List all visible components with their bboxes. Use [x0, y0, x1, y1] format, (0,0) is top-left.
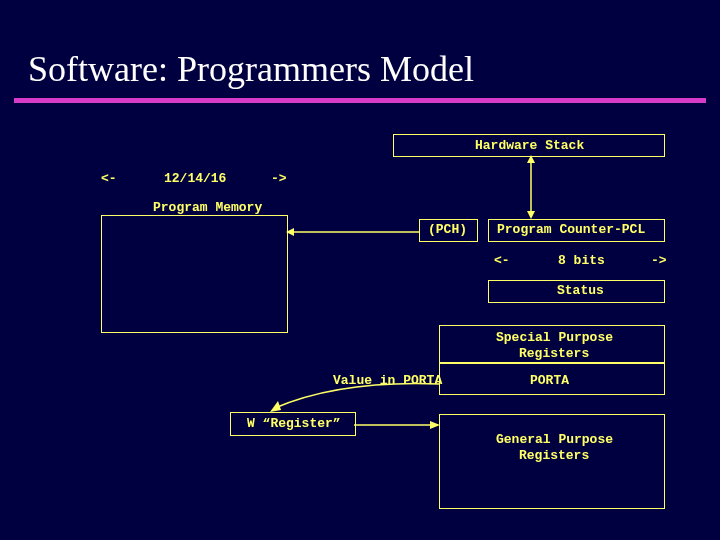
width-right-arrow: ->: [271, 171, 287, 186]
width-left-arrow: <-: [101, 171, 117, 186]
hardware-stack-label: Hardware Stack: [475, 138, 584, 153]
spr-label-1: Special Purpose: [496, 330, 613, 345]
bits-left-arrow: <-: [494, 253, 510, 268]
porta-to-w-arrow: [245, 378, 445, 423]
w-to-gpr-arrow: [354, 418, 440, 432]
width-value: 12/14/16: [164, 171, 226, 186]
pc-pcl-label: Program Counter-PCL: [497, 222, 645, 237]
bits-right-arrow: ->: [651, 253, 667, 268]
program-memory-box: [101, 215, 288, 333]
progmem-pch-arrow: [286, 225, 419, 239]
bits-value: 8 bits: [558, 253, 605, 268]
svg-marker-2: [527, 211, 535, 219]
svg-marker-7: [430, 421, 440, 429]
svg-marker-5: [270, 401, 281, 412]
stack-pc-arrow: [520, 155, 542, 219]
svg-marker-4: [286, 228, 294, 236]
title-underline: [14, 98, 706, 103]
status-label: Status: [557, 283, 604, 298]
gpr-label-1: General Purpose: [496, 432, 613, 447]
svg-marker-1: [527, 155, 535, 163]
program-memory-label: Program Memory: [153, 200, 262, 215]
porta-label: PORTA: [530, 373, 569, 388]
spr-divider: [439, 362, 664, 364]
pch-label: (PCH): [428, 222, 467, 237]
spr-label-2: Registers: [519, 346, 589, 361]
page-title: Software: Programmers Model: [28, 48, 474, 90]
gpr-label-2: Registers: [519, 448, 589, 463]
